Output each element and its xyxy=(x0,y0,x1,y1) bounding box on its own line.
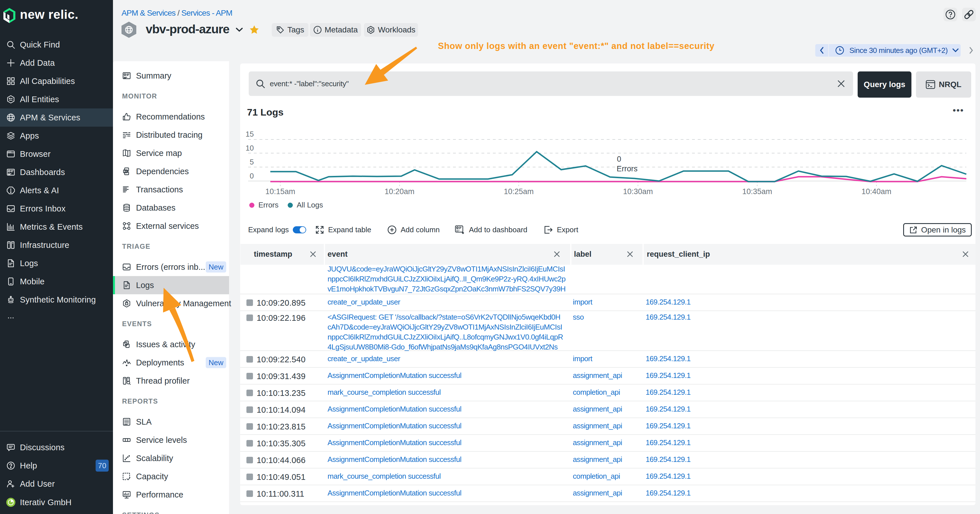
svg-text:10: 10 xyxy=(245,144,254,152)
svg-text:15: 15 xyxy=(245,130,254,138)
svg-text:Errors: Errors xyxy=(617,164,638,173)
svg-text:10:20am: 10:20am xyxy=(385,187,414,196)
svg-text:10:25am: 10:25am xyxy=(504,187,533,196)
svg-text:10:40am: 10:40am xyxy=(861,187,891,196)
svg-text:5: 5 xyxy=(250,158,254,166)
svg-text:0: 0 xyxy=(617,155,621,163)
svg-text:0: 0 xyxy=(250,172,254,180)
svg-text:10:15am: 10:15am xyxy=(265,187,295,196)
svg-text:10:35am: 10:35am xyxy=(742,187,772,196)
svg-text:10:30am: 10:30am xyxy=(623,187,653,196)
